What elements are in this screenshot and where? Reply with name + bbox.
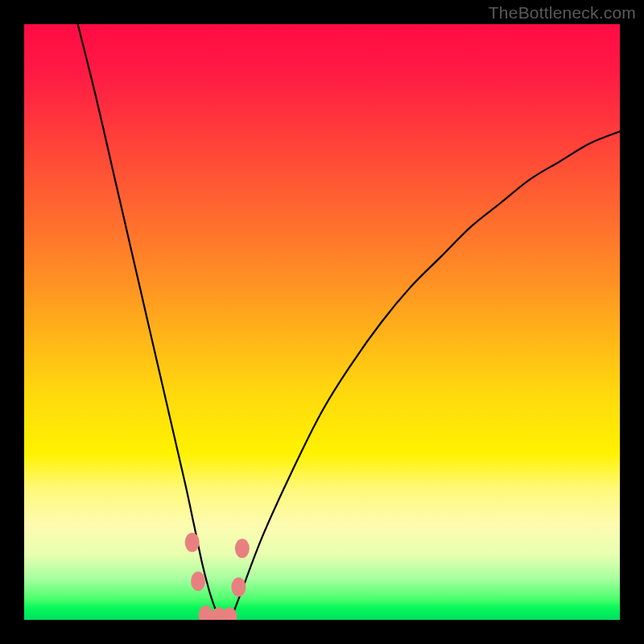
chart-svg — [24, 24, 620, 620]
curve-marker — [235, 539, 250, 558]
chart-frame: TheBottleneck.com — [0, 0, 644, 644]
watermark-text: TheBottleneck.com — [489, 3, 636, 23]
bottleneck-curve — [78, 24, 620, 620]
curve-marker — [191, 572, 205, 591]
curve-marker — [185, 533, 200, 552]
curve-marker — [199, 605, 213, 620]
curve-marker — [231, 577, 246, 597]
curve-markers — [185, 533, 250, 620]
plot-area — [24, 24, 620, 620]
